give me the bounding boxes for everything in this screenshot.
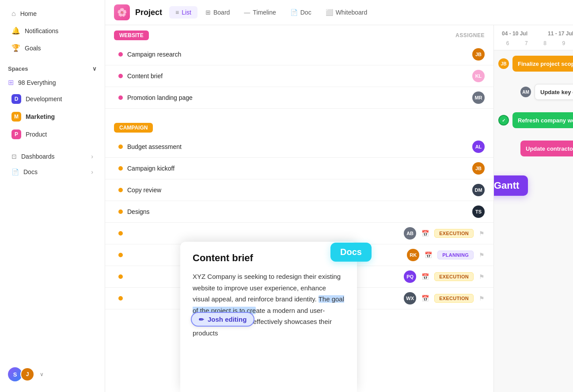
task-row[interactable]: Content brief KL (105, 65, 493, 87)
sidebar-item-goals[interactable]: 🏆 Goals (4, 40, 101, 56)
marketing-badge: M (11, 112, 21, 122)
spaces-chevron-icon[interactable]: ∨ (92, 65, 97, 72)
flag-icon: ⚑ (479, 251, 485, 259)
docs-chevron-icon: › (91, 168, 93, 175)
docs-label: Docs (23, 168, 38, 175)
gantt-bar-label: Refresh company website (518, 117, 573, 124)
task-name: Copy review (127, 186, 468, 194)
gantt-day: 7 (517, 40, 535, 46)
gantt-day: 9 (554, 40, 573, 46)
task-avatar: KL (472, 70, 485, 82)
tab-board[interactable]: ⊞ Board (199, 6, 236, 19)
everything-label: 98 Everything (18, 79, 56, 86)
task-row[interactable]: Campaign kickoff JB (105, 158, 493, 179)
task-dot-orange (118, 188, 123, 192)
gantt-bar-objectives[interactable]: Update key objectives (535, 84, 573, 100)
tab-list-label: List (182, 9, 191, 16)
sidebar-item-marketing[interactable]: M Marketing (4, 108, 101, 125)
tab-list[interactable]: ≡ List (169, 6, 197, 19)
gantt-day: 6 (498, 40, 517, 46)
task-avatar: DM (472, 184, 485, 196)
tab-timeline-label: Timeline (253, 9, 276, 16)
task-avatar: PQ (404, 270, 416, 283)
home-icon: ⌂ (11, 10, 16, 18)
tab-doc[interactable]: 📄 Doc (284, 6, 318, 19)
website-section-header: WEBSITE ASSIGNEE (105, 25, 493, 44)
gantt-bar-website[interactable]: Refresh company website (512, 112, 573, 128)
gantt-header: 04 - 10 Jul 11 - 17 Jul 6 7 8 9 10 11 12… (494, 25, 573, 50)
task-dot-orange (118, 274, 123, 279)
task-dot-red (118, 95, 123, 100)
task-row[interactable]: Campaign research JB (105, 44, 493, 65)
sidebar-item-home[interactable]: ⌂ Home (4, 6, 101, 22)
tab-whiteboard[interactable]: ⬜ Whiteboard (319, 6, 374, 19)
status-badge-planning: PLANNING (437, 251, 474, 259)
task-avatar: JB (472, 48, 485, 61)
task-row[interactable]: Copy review DM (105, 179, 493, 201)
gantt-days-row: 6 7 8 9 10 11 12 13 14 (494, 38, 573, 46)
sidebar-home-label: Home (20, 10, 37, 17)
gantt-tooltip-label: Gantt (494, 180, 519, 191)
product-label: Product (26, 131, 47, 138)
gantt-bar-row: AM Update key objectives (520, 84, 573, 100)
gantt-bar-contractor[interactable]: Update contractor agreement (520, 141, 573, 156)
pencil-icon: ✏ (199, 316, 204, 323)
calendar-icon: 📅 (421, 273, 429, 280)
gantt-bar-row: Update contractor agreement (520, 141, 573, 156)
task-name: Campaign kickoff (127, 165, 468, 172)
campaign-badge: CAMPAIGN (114, 123, 153, 133)
sidebar-item-notifications[interactable]: 🔔 Notifications (4, 23, 101, 39)
task-name: Designs (127, 208, 468, 215)
task-row[interactable]: Budget assessment AL (105, 136, 493, 158)
tab-timeline[interactable]: — Timeline (238, 6, 282, 19)
sidebar-sections: ⊡ Dashboards › 📄 Docs › (0, 148, 105, 180)
calendar-icon: 📅 (421, 230, 429, 237)
task-avatar: AB (404, 227, 416, 240)
doc-title: Content brief (193, 252, 345, 264)
everything-dots-icon: ⊞ (8, 78, 14, 87)
spaces-header: Spaces ∨ (0, 61, 105, 75)
spaces-label: Spaces (8, 65, 28, 72)
task-row[interactable]: Designs TS (105, 201, 493, 223)
section-divider (105, 109, 493, 118)
campaign-section-header: CAMPAIGN (105, 118, 493, 136)
gantt-bar-label: Finalize project scope (518, 61, 573, 67)
task-dot-red (118, 52, 123, 57)
marketing-label: Marketing (26, 113, 55, 120)
gantt-bar-finalize[interactable]: Finalize project scope (512, 56, 573, 72)
sidebar-item-everything[interactable]: ⊞ 98 Everything (0, 75, 105, 90)
list-icon: ≡ (175, 9, 179, 16)
tab-board-label: Board (213, 9, 230, 16)
gantt-week2-label: 11 - 17 Jul (544, 29, 573, 38)
task-dot-orange (118, 231, 123, 236)
task-row[interactable]: Promotion landing page MR (105, 87, 493, 109)
sidebar-item-dashboards[interactable]: ⊡ Dashboards › (4, 149, 101, 164)
sidebar-item-product[interactable]: P Product (4, 126, 101, 143)
status-badge-execution: EXECUTION (434, 294, 474, 303)
highlighted-text: The goal of the project is to cre (193, 295, 344, 314)
calendar-icon: 📅 (425, 251, 432, 259)
status-task-row[interactable]: AB 📅 EXECUTION ⚑ (105, 223, 493, 244)
task-avatar: JB (472, 162, 485, 175)
flag-icon: ⚑ (479, 230, 485, 237)
task-avatar: MR (472, 91, 485, 104)
development-label: Development (26, 95, 62, 103)
bell-icon: 🔔 (11, 27, 20, 35)
sidebar-goals-label: Goals (25, 45, 41, 52)
status-badge-execution: EXECUTION (434, 229, 474, 238)
sidebar-notifications-label: Notifications (25, 27, 58, 34)
gantt-bar-label: Update key objectives (540, 89, 573, 95)
gantt-day: 8 (535, 40, 554, 46)
dashboards-label: Dashboards (21, 153, 55, 160)
task-dot-orange (118, 145, 123, 149)
sidebar-item-docs[interactable]: 📄 Docs › (4, 164, 101, 179)
website-badge: WEBSITE (114, 30, 149, 40)
doc-body: XYZ Company is seeking to redesign their… (193, 271, 345, 339)
gantt-avatar: ✓ (498, 115, 509, 126)
josh-editing-badge: ✏ Josh editing (191, 312, 254, 327)
flag-icon: ⚑ (479, 295, 485, 302)
user-menu-chevron-icon[interactable]: ∨ (40, 371, 44, 377)
sidebar-item-development[interactable]: D Development (4, 91, 101, 107)
project-icon: 🌸 (114, 4, 130, 20)
whiteboard-icon: ⬜ (326, 9, 333, 16)
